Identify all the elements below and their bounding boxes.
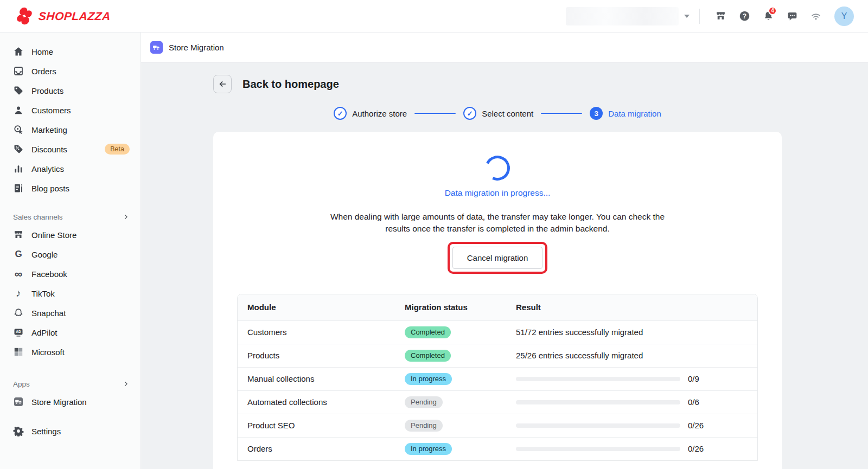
sidebar-item-adpilot[interactable]: AD AdPilot xyxy=(0,323,141,342)
sidebar-item-microsoft[interactable]: Microsoft xyxy=(0,342,141,362)
sidebar-item-products[interactable]: Products xyxy=(0,81,141,100)
progress-bar xyxy=(516,400,680,404)
table-row: Manual collections In progress 0/9 xyxy=(238,367,757,390)
module-name: Products xyxy=(238,351,405,360)
wifi-icon xyxy=(810,10,822,22)
sidebar-item-label: Discounts xyxy=(31,145,67,154)
sidebar-item-facebook[interactable]: ∞ Facebook xyxy=(0,264,141,284)
sidebar-item-label: Marketing xyxy=(31,125,67,134)
sidebar-item-blog-posts[interactable]: Blog posts xyxy=(0,178,141,198)
avatar-initial: Y xyxy=(841,11,847,21)
sidebar-item-label: AdPilot xyxy=(31,328,58,337)
step-label: Select content xyxy=(482,109,533,118)
sidebar-section-apps[interactable]: Apps xyxy=(0,376,141,392)
stepper: ✓ Authorize store ✓ Select content 3 Dat… xyxy=(213,107,782,120)
module-name: Orders xyxy=(238,444,405,453)
step-data-migration: 3 Data migration xyxy=(590,107,661,120)
column-header-module: Module xyxy=(238,303,405,312)
module-name: Customers xyxy=(238,327,405,337)
sidebar-item-label: Products xyxy=(31,86,63,95)
status-badge: In progress xyxy=(405,443,452,455)
sidebar-item-tiktok[interactable]: ♪ TikTok xyxy=(0,284,141,303)
sidebar-section-sales-channels[interactable]: Sales channels xyxy=(0,209,141,225)
section-label: Apps xyxy=(13,380,30,388)
sidebar-item-orders[interactable]: Orders xyxy=(0,61,141,81)
sidebar-item-label: Analytics xyxy=(31,164,64,174)
module-name: Automated collections xyxy=(238,397,405,407)
beta-badge: Beta xyxy=(105,144,130,155)
status-badge: Pending xyxy=(405,420,443,432)
notification-badge: 4 xyxy=(768,7,777,15)
target-icon xyxy=(13,124,24,135)
step-label: Data migration xyxy=(608,109,661,118)
sidebar-item-label: Blog posts xyxy=(31,184,69,193)
module-name: Product SEO xyxy=(238,421,405,430)
sidebar-item-discounts[interactable]: Discounts Beta xyxy=(0,139,141,159)
back-button[interactable] xyxy=(213,75,232,93)
brand-name: SHOPLAZZA xyxy=(38,10,111,23)
status-badge: Completed xyxy=(405,326,451,338)
sidebar-item-store-migration[interactable]: Store Migration xyxy=(0,392,141,412)
step-check-icon: ✓ xyxy=(334,107,347,120)
cancel-migration-button[interactable]: Cancel migration xyxy=(452,247,543,269)
gear-icon xyxy=(13,426,24,436)
sidebar: Home Orders Products Customers Marketing xyxy=(0,33,141,469)
result-text: 51/72 entries successfully migrated xyxy=(516,327,757,337)
step-select-content: ✓ Select content xyxy=(463,107,533,120)
help-button[interactable]: ? xyxy=(732,4,756,28)
bar-chart-icon xyxy=(13,163,24,174)
meta-icon: ∞ xyxy=(13,268,24,279)
home-icon xyxy=(13,46,24,57)
column-header-result: Result xyxy=(516,303,757,312)
sidebar-item-settings[interactable]: Settings xyxy=(0,421,141,441)
sidebar-item-home[interactable]: Home xyxy=(0,42,141,61)
sidebar-item-marketing[interactable]: Marketing xyxy=(0,120,141,139)
truck-icon xyxy=(152,43,161,52)
person-icon xyxy=(13,105,24,115)
sidebar-item-google[interactable]: G Google xyxy=(0,245,141,264)
storefront-button[interactable] xyxy=(709,4,732,28)
step-connector xyxy=(414,113,456,114)
arrow-left-icon xyxy=(218,79,227,89)
sidebar-item-label: TikTok xyxy=(31,289,55,298)
help-icon: ? xyxy=(739,10,750,22)
sidebar-item-analytics[interactable]: Analytics xyxy=(0,159,141,178)
breadcrumb: Store Migration xyxy=(141,33,868,63)
step-label: Authorize store xyxy=(352,109,407,118)
progress-bar xyxy=(516,377,680,381)
progress-count: 0/26 xyxy=(688,444,704,453)
topbar: SHOPLAZZA ? 4 xyxy=(0,0,868,33)
sidebar-item-label: Settings xyxy=(31,427,61,436)
network-status-button[interactable] xyxy=(804,4,828,28)
shoplazza-logo-icon xyxy=(14,7,34,26)
svg-text:AD: AD xyxy=(16,330,21,333)
sidebar-item-label: Facebook xyxy=(31,269,67,279)
step-connector xyxy=(541,113,582,114)
sidebar-item-snapchat[interactable]: Snapchat xyxy=(0,303,141,323)
microsoft-icon xyxy=(13,346,24,357)
shoplazza-logo: SHOPLAZZA xyxy=(0,7,111,26)
storefront-icon xyxy=(13,229,24,240)
messages-button[interactable] xyxy=(780,4,804,28)
content: Back to homepage ✓ Authorize store ✓ Sel… xyxy=(141,63,868,469)
table-row: Customers Completed 51/72 entries succes… xyxy=(238,320,757,344)
avatar[interactable]: Y xyxy=(834,7,854,26)
page-title: Store Migration xyxy=(169,43,224,52)
notifications-button[interactable]: 4 xyxy=(756,4,780,28)
store-migration-app-icon xyxy=(150,41,163,54)
sidebar-item-customers[interactable]: Customers xyxy=(0,100,141,120)
sidebar-item-online-store[interactable]: Online Store xyxy=(0,225,141,245)
sidebar-item-label: Orders xyxy=(31,67,56,76)
module-name: Manual collections xyxy=(238,374,405,383)
store-selector[interactable] xyxy=(566,7,690,25)
store-name-blurred xyxy=(566,7,679,25)
loading-spinner-icon xyxy=(482,152,514,184)
migration-status-text: Data migration in progress... xyxy=(213,188,782,198)
svg-text:?: ? xyxy=(742,12,746,20)
progress-count: 0/6 xyxy=(688,397,699,407)
step-authorize-store: ✓ Authorize store xyxy=(334,107,407,120)
progress-bar xyxy=(516,447,680,451)
chevron-right-icon xyxy=(122,213,130,221)
migration-card: Data migration in progress... When deali… xyxy=(213,132,782,469)
status-badge: Pending xyxy=(405,396,443,408)
